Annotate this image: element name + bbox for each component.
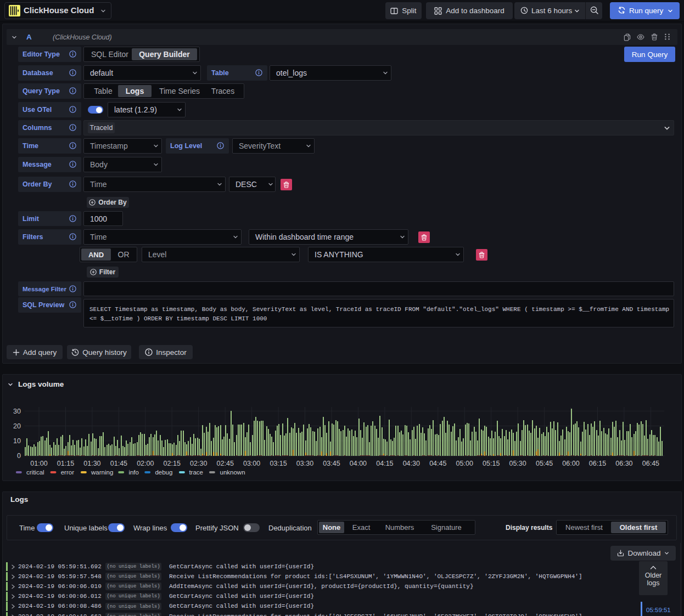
svg-text:0: 0 <box>17 452 21 460</box>
svg-text:20: 20 <box>13 422 21 430</box>
svg-text:unknown: unknown <box>220 469 245 476</box>
svg-text:01:15: 01:15 <box>57 460 74 467</box>
svg-text:04:45: 04:45 <box>429 460 446 467</box>
svg-text:debug: debug <box>155 469 172 476</box>
svg-text:02:30: 02:30 <box>190 460 207 467</box>
svg-text:06:00: 06:00 <box>562 460 579 467</box>
svg-text:03:30: 03:30 <box>296 460 313 467</box>
svg-text:30: 30 <box>13 408 21 415</box>
svg-text:06:30: 06:30 <box>615 460 632 467</box>
svg-text:02:15: 02:15 <box>164 460 181 467</box>
svg-text:02:00: 02:00 <box>137 460 154 467</box>
svg-text:04:00: 04:00 <box>350 460 367 467</box>
svg-text:info: info <box>128 469 139 476</box>
svg-text:04:30: 04:30 <box>403 460 420 467</box>
svg-text:01:30: 01:30 <box>83 460 100 467</box>
svg-text:05:30: 05:30 <box>509 460 526 467</box>
svg-text:02:45: 02:45 <box>217 460 234 467</box>
svg-text:03:15: 03:15 <box>270 460 287 467</box>
svg-text:critical: critical <box>26 469 44 476</box>
svg-text:06:45: 06:45 <box>642 460 659 467</box>
svg-text:01:00: 01:00 <box>30 460 47 467</box>
svg-text:trace: trace <box>189 469 203 476</box>
svg-text:05:00: 05:00 <box>456 460 473 467</box>
svg-text:03:45: 03:45 <box>323 460 340 467</box>
svg-text:04:15: 04:15 <box>376 460 393 467</box>
svg-text:10: 10 <box>13 437 21 445</box>
svg-text:06:15: 06:15 <box>589 460 606 467</box>
svg-text:03:00: 03:00 <box>243 460 260 467</box>
svg-text:error: error <box>61 469 74 476</box>
svg-text:05:45: 05:45 <box>536 460 553 467</box>
svg-text:05:15: 05:15 <box>483 460 500 467</box>
svg-text:01:45: 01:45 <box>110 460 127 467</box>
svg-text:warning: warning <box>91 469 113 476</box>
